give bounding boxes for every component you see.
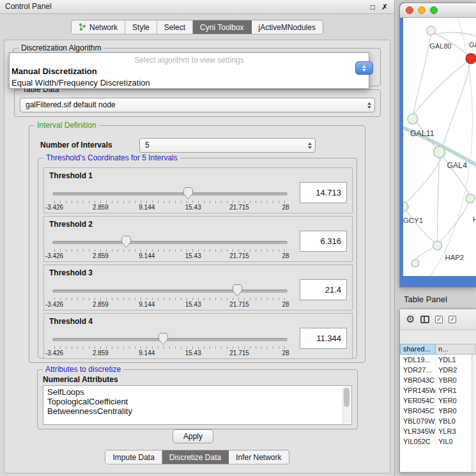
table-row[interactable]: YPR145WYPR1 <box>400 385 472 395</box>
network-icon <box>79 23 86 31</box>
table-data-combobox[interactable]: galFiltered.sif default node <box>20 98 375 112</box>
threshold-value-field[interactable] <box>300 182 347 203</box>
slider-ticks <box>54 201 286 203</box>
cell-name[interactable]: YLR3 <box>436 426 472 436</box>
network-node-selected-red[interactable] <box>466 54 476 64</box>
cell-shared-name[interactable]: YER054C <box>400 395 436 406</box>
threshold-label: Threshold 3 <box>49 268 93 277</box>
tab-style[interactable]: Style <box>125 20 157 34</box>
attributes-list[interactable]: SelfLoops TopologicalCoefficient Between… <box>43 385 352 425</box>
column-header-shared-name[interactable]: shared... <box>400 344 436 355</box>
apply-button[interactable]: Apply <box>173 429 213 443</box>
slider-track[interactable] <box>52 241 288 244</box>
table-body: YDL19...YDL1 YDR27...YDR2 YBR043CYBR0 YP… <box>400 355 472 472</box>
scrollbar-thumb[interactable] <box>344 388 349 407</box>
close-traffic-light[interactable] <box>406 6 413 14</box>
cell-shared-name[interactable]: YPR145W <box>400 385 436 395</box>
tab-network[interactable]: Network <box>72 20 125 34</box>
cell-name[interactable]: YBR0 <box>436 375 472 385</box>
table-row[interactable]: YBR043CYBR0 <box>400 375 472 385</box>
list-scrollbar[interactable] <box>342 387 351 424</box>
threshold-value-field[interactable] <box>300 328 347 349</box>
tab-select[interactable]: Select <box>157 20 193 34</box>
checkbox-icon[interactable]: ✓ <box>435 316 443 323</box>
network-node[interactable] <box>427 26 436 35</box>
cell-name[interactable]: YBL0 <box>436 416 472 426</box>
table-row[interactable]: YDR27...YDR2 <box>400 365 472 375</box>
tab-jactivemnodules[interactable]: jActiveMNodules <box>252 20 323 34</box>
table-row[interactable]: YER054CYER0 <box>400 395 472 406</box>
cell-name[interactable]: YDL1 <box>436 355 472 365</box>
algorithm-combo-stepper[interactable] <box>355 61 373 75</box>
tab-infer-network[interactable]: Infer Network <box>229 450 288 464</box>
table-row[interactable]: YBL079WYBL0 <box>400 416 472 426</box>
slider-thumb[interactable] <box>121 236 131 248</box>
attributes-group: Attributes to discretize Numerical Attri… <box>37 369 358 429</box>
scale-label: -3.426 <box>45 252 63 259</box>
cell-shared-name[interactable]: YDL19... <box>400 355 436 365</box>
threshold-value-field[interactable] <box>300 231 347 252</box>
slider-track[interactable] <box>52 289 288 293</box>
checkbox-icon[interactable]: ✓ <box>449 316 456 323</box>
table-row[interactable]: YLR345WYLR3 <box>400 426 472 436</box>
cell-name[interactable]: YER0 <box>436 395 472 406</box>
table-scrollbar[interactable] <box>472 355 476 472</box>
tab-cyni-toolbox[interactable]: Cyni Toolbox <box>193 20 251 34</box>
scale-label: 28 <box>282 204 289 211</box>
cell-shared-name[interactable]: YLR345W <box>400 426 436 436</box>
cell-name[interactable]: YIL0 <box>436 436 472 447</box>
network-node[interactable] <box>411 259 419 267</box>
network-canvas[interactable]: GAL80 GAL8 GAL11 GAL4 GCY1 H HAP2 <box>403 18 476 276</box>
float-window-icon[interactable]: □ <box>371 1 375 14</box>
close-icon[interactable]: ✗ <box>381 1 388 14</box>
node-label: GAL4 <box>447 161 467 170</box>
gear-icon[interactable]: ⚙ <box>406 314 415 325</box>
cell-shared-name[interactable]: YBR043C <box>400 375 436 385</box>
group-label: Interval Definition <box>35 121 99 130</box>
table-panel-window: ⚙ ✓ ✓ shared... n... YDL19...YDL1 YDR27.… <box>399 309 476 473</box>
list-item[interactable]: BetweennessCentrality <box>43 406 351 416</box>
table-row[interactable]: YDL19...YDL1 <box>400 355 472 365</box>
table-row[interactable]: YIL052CYIL0 <box>400 436 472 447</box>
tab-impute-data[interactable]: Impute Data <box>105 450 162 464</box>
zoom-traffic-light[interactable] <box>430 6 438 14</box>
minimize-traffic-light[interactable] <box>418 6 426 14</box>
cell-shared-name[interactable]: YBR045C <box>400 406 436 416</box>
threshold-slider[interactable]: -3.426 2.859 9.144 15.43 21.715 28 <box>50 186 289 211</box>
tab-label: Cyni Toolbox <box>200 23 243 32</box>
number-of-intervals-combobox[interactable]: 5 <box>139 138 316 153</box>
cell-shared-name[interactable]: YBL079W <box>400 416 436 426</box>
columns-icon[interactable] <box>420 316 429 323</box>
dropdown-option-equal-width[interactable]: Equal Width/Frequency Discretization <box>10 78 369 88</box>
cell-shared-name[interactable]: YDR27... <box>400 365 436 375</box>
threshold-slider[interactable]: -3.426 2.859 9.144 15.43 21.715 28 <box>50 332 289 357</box>
scale-label: 2.859 <box>93 252 109 259</box>
list-item[interactable]: SelfLoops <box>43 386 351 397</box>
list-item[interactable]: TopologicalCoefficient <box>43 397 351 406</box>
number-of-intervals-label: Number of Intervals <box>40 141 112 150</box>
cell-shared-name[interactable]: YIL052C <box>400 436 436 447</box>
slider-thumb[interactable] <box>158 333 168 345</box>
network-node[interactable] <box>466 194 475 203</box>
network-node[interactable] <box>408 114 418 124</box>
table-row[interactable]: YBR045CYBR0 <box>400 406 472 416</box>
network-window-titlebar[interactable] <box>400 3 476 18</box>
node-label: GAL11 <box>410 129 434 138</box>
cell-name[interactable]: YDR2 <box>436 365 472 375</box>
threshold-slider[interactable]: -3.426 2.859 9.144 15.43 21.715 28 <box>50 283 289 309</box>
slider-thumb[interactable] <box>183 187 193 199</box>
control-panel-titlebar[interactable]: Control Panel □ ✗ <box>0 0 394 14</box>
slider-track[interactable] <box>52 338 288 341</box>
network-node[interactable] <box>433 241 442 250</box>
network-node[interactable] <box>403 203 408 211</box>
slider-thumb[interactable] <box>233 284 242 296</box>
threshold-slider[interactable]: -3.426 2.859 9.144 15.43 21.715 28 <box>50 234 289 260</box>
slider-track[interactable] <box>52 192 288 196</box>
cell-name[interactable]: YBR0 <box>436 406 472 416</box>
dropdown-option-manual[interactable]: Manual Discretization <box>10 66 369 76</box>
column-header-name[interactable]: n... <box>436 344 476 355</box>
tab-discretize-data[interactable]: Discretize Data <box>162 450 229 464</box>
network-node[interactable] <box>434 146 445 158</box>
cell-name[interactable]: YPR1 <box>436 385 472 395</box>
threshold-value-field[interactable] <box>300 279 347 300</box>
